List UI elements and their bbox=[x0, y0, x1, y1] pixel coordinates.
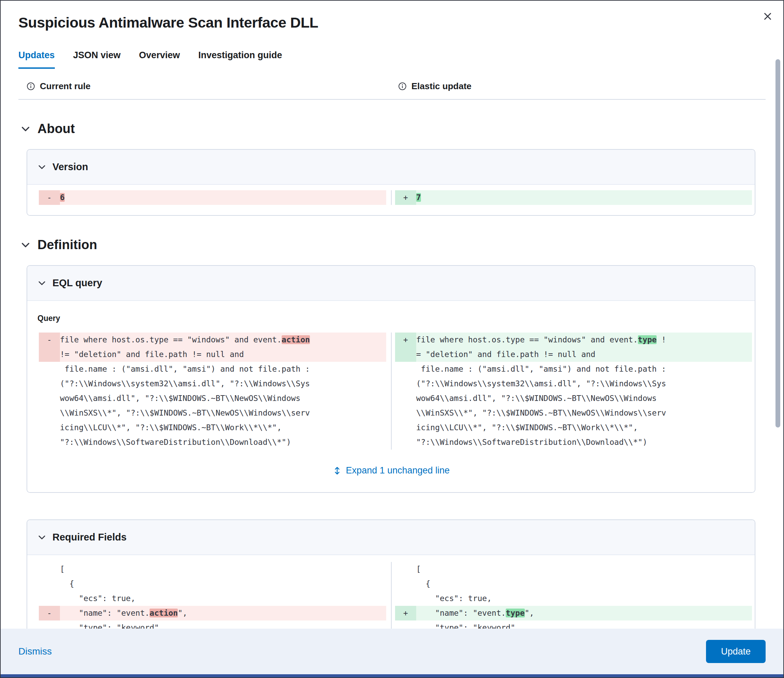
tab-investigation-guide[interactable]: Investigation guide bbox=[198, 50, 282, 69]
tab-json-view[interactable]: JSON view bbox=[73, 50, 121, 69]
diff-row-added: = "deletion" and file.path != null and bbox=[395, 347, 752, 362]
current-rule-query: - file where host.os.type == "windows" a… bbox=[27, 333, 391, 449]
diff-row-removed: - 6 bbox=[39, 190, 386, 205]
code-line-row: icing\\LCU\\*", "?:\\$WINDOWS.~BT\\Work\… bbox=[395, 420, 752, 435]
code-line: [ bbox=[416, 562, 752, 577]
code-line-row: \\WinSXS\\*", "?:\\$WINDOWS.~BT\\NewOS\\… bbox=[395, 406, 752, 420]
added-highlight: 7 bbox=[416, 193, 421, 202]
eql-query-diff: Query - file where host.os.type == "wind… bbox=[27, 300, 755, 492]
diff-row-removed: != "deletion" and file.path != null and bbox=[39, 347, 386, 362]
removed-highlight: action bbox=[282, 335, 310, 344]
code-line-row: wow64\\amsi.dll", "?:\\$WINDOWS.~BT\\New… bbox=[39, 391, 386, 406]
about-heading: About bbox=[37, 121, 75, 136]
required-fields-heading: Required Fields bbox=[53, 532, 127, 543]
dismiss-button[interactable]: Dismiss bbox=[19, 646, 52, 657]
elastic-update-query: + file where host.os.type == "windows" a… bbox=[391, 333, 755, 449]
update-button[interactable]: Update bbox=[706, 640, 765, 663]
info-icon[interactable] bbox=[398, 82, 407, 90]
eql-query-heading: EQL query bbox=[53, 277, 102, 289]
added-marker: + bbox=[395, 606, 416, 620]
code-line-row: icing\\LCU\\*", "?:\\$WINDOWS.~BT\\Work\… bbox=[39, 420, 386, 435]
added-marker: + bbox=[395, 333, 416, 347]
added-highlight: type bbox=[506, 608, 524, 617]
code-line-row: [ bbox=[39, 562, 386, 577]
added-highlight: type bbox=[638, 335, 657, 344]
code-line: "ecs": true, bbox=[60, 591, 386, 606]
removed-marker: - bbox=[39, 190, 60, 205]
chevron-down-icon bbox=[20, 240, 31, 250]
code-line-row: { bbox=[395, 577, 752, 591]
code-line: "?:\\Windows\\SoftwareDistribution\\Down… bbox=[60, 435, 386, 449]
chevron-down-icon bbox=[37, 279, 46, 288]
diff-column-headers: Current rule Elastic update bbox=[19, 69, 765, 100]
code-line: wow64\\amsi.dll", "?:\\$WINDOWS.~BT\\New… bbox=[60, 391, 386, 406]
eql-query-panel: EQL query Query - file where host.os.typ… bbox=[26, 265, 755, 493]
code-line-row: ("?:\\Windows\\system32\\amsi.dll", "?:\… bbox=[39, 376, 386, 391]
diff-row-added: + file where host.os.type == "windows" a… bbox=[395, 333, 752, 347]
code-line-row: "?:\\Windows\\SoftwareDistribution\\Down… bbox=[395, 435, 752, 449]
definition-section-header[interactable]: Definition bbox=[20, 238, 765, 252]
current-rule-required-fields: [ { "ecs": true, - "name": "event.action… bbox=[27, 562, 391, 629]
expand-unchanged-button[interactable]: Expand 1 unchanged line bbox=[27, 465, 755, 476]
added-marker: + bbox=[395, 190, 416, 205]
expand-link-label: Expand 1 unchanged line bbox=[346, 465, 450, 476]
code-line: "ecs": true, bbox=[416, 591, 752, 606]
code-line: file where host.os.type == "windows" and… bbox=[60, 333, 386, 347]
info-icon[interactable] bbox=[26, 82, 35, 90]
code-line: \\WinSXS\\*", "?:\\$WINDOWS.~BT\\NewOS\\… bbox=[416, 406, 752, 420]
window-bottom-edge bbox=[1, 674, 783, 677]
code-line: "type": "keyword" bbox=[60, 620, 386, 629]
code-line: "type": "keyword" bbox=[416, 620, 752, 629]
code-line-row: "type": "keyword" bbox=[39, 620, 386, 629]
code-line: wow64\\amsi.dll", "?:\\$WINDOWS.~BT\\New… bbox=[416, 391, 752, 406]
code-line: file.name : ("amsi.dll", "amsi") and not… bbox=[416, 362, 752, 376]
elastic-update-label: Elastic update bbox=[411, 81, 471, 92]
code-line-row: "ecs": true, bbox=[395, 591, 752, 606]
code-line: icing\\LCU\\*", "?:\\$WINDOWS.~BT\\Work\… bbox=[60, 420, 386, 435]
code-line: ("?:\\Windows\\system32\\amsi.dll", "?:\… bbox=[416, 376, 752, 391]
current-rule-label: Current rule bbox=[40, 81, 90, 92]
code-line: "name": "event.action", bbox=[60, 606, 386, 620]
definition-heading: Definition bbox=[37, 238, 97, 252]
elastic-update-header: Elastic update bbox=[394, 81, 765, 92]
elastic-update-version: + 7 bbox=[391, 190, 755, 205]
flyout-header: Suspicious Antimalware Scan Interface DL… bbox=[1, 1, 783, 69]
about-section-header[interactable]: About bbox=[20, 121, 765, 136]
close-icon bbox=[762, 11, 773, 22]
tab-updates[interactable]: Updates bbox=[19, 50, 55, 69]
code-line-row: "type": "keyword" bbox=[395, 620, 752, 629]
code-line-row: file.name : ("amsi.dll", "amsi") and not… bbox=[395, 362, 752, 376]
required-fields-diff: [ { "ecs": true, - "name": "event.action… bbox=[27, 554, 755, 629]
removed-highlight: 6 bbox=[60, 193, 65, 202]
removed-marker: - bbox=[39, 333, 60, 347]
eql-accordion-header[interactable]: EQL query bbox=[27, 266, 755, 300]
required-fields-accordion-header[interactable]: Required Fields bbox=[27, 520, 755, 554]
code-line: file.name : ("amsi.dll", "amsi") and not… bbox=[60, 362, 386, 376]
code-line-row: "ecs": true, bbox=[39, 591, 386, 606]
code-line-row: { bbox=[39, 577, 386, 591]
required-fields-panel: Required Fields [ { "ecs": true, - "name… bbox=[26, 519, 755, 629]
version-current-value: 6 bbox=[60, 190, 386, 205]
version-panel: Version - 6 + 7 bbox=[26, 149, 755, 216]
code-line-row: "?:\\Windows\\SoftwareDistribution\\Down… bbox=[39, 435, 386, 449]
chevron-down-icon bbox=[20, 124, 31, 134]
version-accordion-header[interactable]: Version bbox=[27, 150, 755, 184]
chevron-down-icon bbox=[37, 163, 46, 171]
code-line-row: file.name : ("amsi.dll", "amsi") and not… bbox=[39, 362, 386, 376]
version-heading: Version bbox=[53, 161, 88, 173]
code-line-row: ("?:\\Windows\\system32\\amsi.dll", "?:\… bbox=[395, 376, 752, 391]
code-line-row: wow64\\amsi.dll", "?:\\$WINDOWS.~BT\\New… bbox=[395, 391, 752, 406]
version-diff: - 6 + 7 bbox=[27, 184, 755, 215]
code-line: ("?:\\Windows\\system32\\amsi.dll", "?:\… bbox=[60, 376, 386, 391]
diff-row-removed: - file where host.os.type == "windows" a… bbox=[39, 333, 386, 347]
diff-row-removed: - "name": "event.action", bbox=[39, 606, 386, 620]
removed-marker: - bbox=[39, 606, 60, 620]
code-line: { bbox=[60, 577, 386, 591]
version-updated-value: 7 bbox=[416, 190, 752, 205]
elastic-update-required-fields: [ { "ecs": true, + "name": "event.type",… bbox=[391, 562, 755, 629]
code-line: { bbox=[416, 577, 752, 591]
vertical-scrollbar[interactable] bbox=[776, 59, 780, 428]
close-button[interactable] bbox=[759, 8, 776, 25]
tab-overview[interactable]: Overview bbox=[139, 50, 180, 69]
tab-bar: Updates JSON view Overview Investigation… bbox=[19, 50, 764, 69]
